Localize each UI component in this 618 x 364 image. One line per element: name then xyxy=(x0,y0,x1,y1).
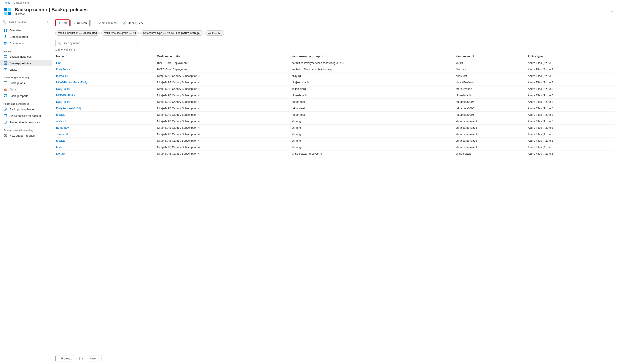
svg-rect-2 xyxy=(4,12,7,15)
more-options-button[interactable]: ··· xyxy=(608,8,615,14)
add-button[interactable]: + Add xyxy=(55,19,69,26)
main-content: + Add ↻ Refresh → Select columns 🔗 Open … xyxy=(52,18,618,364)
table-row[interactable]: Default Nirajk-MAB Canary Subscription 4… xyxy=(55,150,615,157)
table-row[interactable]: afstest1 Nirajk-MAB Canary Subscription … xyxy=(55,118,615,125)
filter-by-name-input[interactable] xyxy=(62,41,135,45)
sort-vault-icon[interactable]: ⇅ xyxy=(472,55,474,58)
table-row[interactable]: test123 Nirajk-MAB Canary Subscription 4… xyxy=(55,112,615,118)
cell-name: NKFsBkpPolicy xyxy=(55,92,156,99)
sidebar-item-backup-instances[interactable]: Backup instances xyxy=(0,53,52,60)
sidebar-search-icon: 🔍 xyxy=(3,20,6,24)
svg-rect-16 xyxy=(4,63,6,64)
sidebar-collapse-button[interactable]: « xyxy=(45,19,49,24)
sidebar-item-alerts[interactable]: Alerts xyxy=(0,86,52,93)
cell-vault-name: vintib-seacan xyxy=(455,150,527,157)
cell-vault-resource-group: rakum-test xyxy=(291,99,455,105)
cell-policy-type: Azure Files (Azure St xyxy=(527,66,615,73)
table-row[interactable]: DailyPolicy-ktr2x81j Nirajk-MAB Canary S… xyxy=(55,105,615,112)
svg-rect-26 xyxy=(4,96,5,97)
backup-center-icon xyxy=(3,7,12,15)
sidebar-item-protectable-datasources[interactable]: Protectable datasources xyxy=(0,119,52,125)
table-row[interactable]: DailyPolicy Nirajk-MAB Canary Subscripti… xyxy=(55,86,615,92)
add-label: Add xyxy=(62,21,67,25)
page-subtitle: Microsoft xyxy=(15,13,605,15)
table-row[interactable]: DailyPolicy BVTD-Core-Deployment amthaku… xyxy=(55,66,615,73)
filter-vault[interactable]: Vault == All xyxy=(205,30,224,36)
sidebar-section-manage-label: Manage xyxy=(0,48,52,53)
cell-name: lkhf xyxy=(55,60,156,66)
filter-search-icon: 🔍 xyxy=(58,41,61,45)
svg-rect-15 xyxy=(4,62,5,63)
table-row[interactable]: ramat-new Nirajk-MAB Canary Subscription… xyxy=(55,125,615,131)
page-select[interactable]: 1 ∨ xyxy=(77,356,85,361)
sort-rg-icon[interactable]: ⇅ xyxy=(321,55,323,58)
sidebar-item-azure-policies[interactable]: Azure policies for backup xyxy=(0,113,52,119)
cell-vault-subscription: BVTD-Core-Deployment xyxy=(156,60,291,66)
sort-name-icon[interactable]: ⇅ xyxy=(66,55,67,58)
cell-vault-resource-group: nkfreshvaultrg xyxy=(291,92,455,99)
cell-vault-resource-group: nirajkeusvaultrg xyxy=(291,79,455,86)
open-query-label: Open Query xyxy=(128,21,143,25)
svg-rect-11 xyxy=(4,55,7,58)
col-vault-name: Vault name ⇅ xyxy=(455,53,527,60)
item-count: 1-15 of 645 items xyxy=(52,47,618,53)
table-row[interactable]: shracafs1 Nirajk-MAB Canary Subscription… xyxy=(55,131,615,138)
svg-rect-21 xyxy=(4,68,6,68)
cell-vault-subscription: Nirajk-MAB Canary Subscription 4 xyxy=(156,138,291,144)
col-name: Name ⇅ xyxy=(55,53,156,60)
sidebar-item-backup-reports[interactable]: Backup reports xyxy=(0,93,52,99)
table-row[interactable]: testpolicy Nirajk-MAB Canary Subscriptio… xyxy=(55,73,615,79)
cell-vault-name: rakumsea0305 xyxy=(455,112,527,118)
sidebar-item-vaults[interactable]: Vaults xyxy=(0,66,52,73)
cell-policy-type: Azure Files (Azure St xyxy=(527,118,615,125)
sidebar-item-backup-jobs[interactable]: Backup jobs xyxy=(0,80,52,86)
cell-name: DailyPolicy xyxy=(55,86,156,92)
page-header: Backup center | Backup policies Microsof… xyxy=(0,6,618,18)
page-title: Backup center | Backup policies xyxy=(15,7,605,13)
search-input-wrap: 🔍 xyxy=(55,40,137,46)
sidebar-item-community[interactable]: Community xyxy=(0,40,52,46)
cell-vault-subscription: Nirajk-MAB Canary Subscription 4 xyxy=(156,131,291,138)
cell-vault-subscription: Nirajk-MAB Canary Subscription 4 xyxy=(156,86,291,92)
cell-vault-subscription: Nirajk-MAB Canary Subscription 4 xyxy=(156,144,291,150)
table-row[interactable]: NKAfsBackupPolicyDaily Nirajk-MAB Canary… xyxy=(55,79,615,86)
sidebar-item-label: Backup policies xyxy=(10,62,31,65)
table-row[interactable]: DailyPolicy Nirajk-MAB Canary Subscripti… xyxy=(55,99,615,105)
reports-icon xyxy=(3,94,7,98)
filter-vault-resource-group[interactable]: Vault resource group == All xyxy=(101,30,139,36)
table-row[interactable]: lkhf BVTD-Core-Deployment default-recove… xyxy=(55,60,615,66)
open-query-button[interactable]: 🔗 Open Query xyxy=(120,20,146,26)
sidebar-search-input[interactable] xyxy=(7,19,44,24)
cell-policy-type: Azure Files (Azure St xyxy=(527,125,615,131)
cell-vault-name: nkfreshvault xyxy=(455,92,527,99)
next-button[interactable]: Next > xyxy=(87,356,102,361)
cell-vault-subscription: Nirajk-MAB Canary Subscription 4 xyxy=(156,105,291,112)
sidebar-item-getting-started[interactable]: Getting started xyxy=(0,33,52,40)
policies-table: Name ⇅ Vault subscription Vault resource… xyxy=(55,53,615,157)
svg-rect-1 xyxy=(8,8,11,11)
table-row[interactable]: test2 Nirajk-MAB Canary Subscription 4 s… xyxy=(55,144,615,150)
compliance-icon xyxy=(3,107,7,111)
svg-rect-4 xyxy=(4,29,5,30)
filter-datasource-type[interactable]: Datasource type == Azure Files (Azure St… xyxy=(140,30,203,36)
sidebar-item-backup-policies[interactable]: Backup policies xyxy=(0,60,52,66)
select-columns-label: Select columns xyxy=(97,21,117,25)
table-row[interactable]: test123 Nirajk-MAB Canary Subscription 4… xyxy=(55,138,615,144)
query-icon: 🔗 xyxy=(123,21,126,25)
refresh-button[interactable]: ↻ Refresh xyxy=(70,20,90,26)
sidebar-item-overview[interactable]: Overview xyxy=(0,27,52,33)
table-row[interactable]: NKFsBkpPolicy Nirajk-MAB Canary Subscrip… xyxy=(55,92,615,99)
sidebar-item-new-support[interactable]: New support request xyxy=(0,132,52,139)
cell-name: test2 xyxy=(55,144,156,150)
add-icon: + xyxy=(58,21,60,25)
previous-button[interactable]: < Previous xyxy=(55,356,75,361)
svg-rect-5 xyxy=(6,29,7,30)
select-columns-button[interactable]: → Select columns xyxy=(91,20,119,26)
breadcrumb-separator: › xyxy=(12,1,13,4)
filter-vault-subscription[interactable]: Vault subscription == 60 selected xyxy=(55,30,100,36)
cell-vault-subscription: Nirajk-MAB Canary Subscription 4 xyxy=(156,73,291,79)
sidebar-item-backup-compliance[interactable]: Backup compliance xyxy=(0,106,52,113)
jobs-icon xyxy=(3,81,7,85)
breadcrumb-home[interactable]: Home xyxy=(3,1,10,4)
col-vault-subscription: Vault subscription xyxy=(156,53,291,60)
